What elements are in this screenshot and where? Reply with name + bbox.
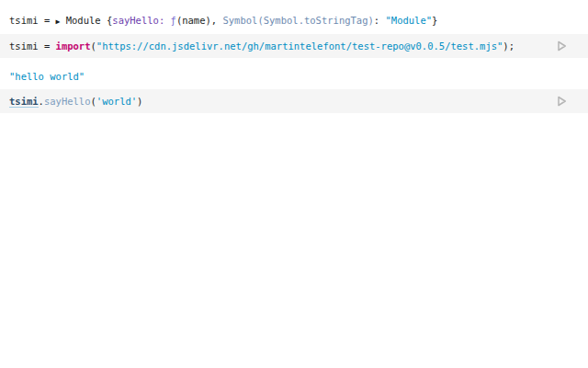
token-string: 'world' xyxy=(96,96,137,107)
notebook-cell: tsimi = ▶ Module {sayHello: ƒ(name), Sym… xyxy=(0,7,588,58)
cell-code-editor[interactable]: tsimi.sayHello('world') xyxy=(0,89,588,113)
token-string: "Module" xyxy=(386,15,433,26)
token-normal: tsimi = xyxy=(9,15,56,26)
token-normal: ) xyxy=(137,96,142,107)
run-cell-button[interactable] xyxy=(566,95,579,108)
token-normal: = xyxy=(39,40,56,52)
token-normal: tsimi xyxy=(9,40,39,52)
token-cellref: tsimi xyxy=(9,96,39,108)
token-normal: } xyxy=(432,15,437,26)
cell-code-editor[interactable]: tsimi = import("https://cdn.jsdelivr.net… xyxy=(0,34,588,58)
token-normal: Module { xyxy=(60,15,112,26)
token-key: sayHello: xyxy=(112,15,164,26)
token-string: "hello world" xyxy=(9,71,85,82)
notebook-cell: "hello world" tsimi.sayHello('world') xyxy=(0,63,588,113)
cell-output-module-inspector: tsimi = ▶ Module {sayHello: ƒ(name), Sym… xyxy=(0,7,588,34)
token-property: sayHello xyxy=(44,96,91,107)
code-line: tsimi = import("https://cdn.jsdelivr.net… xyxy=(9,40,559,52)
token-normal: (name) xyxy=(176,15,211,26)
token-keyword: import xyxy=(56,40,91,52)
play-icon xyxy=(555,67,588,135)
token-normal: , xyxy=(211,15,223,26)
token-normal: ); xyxy=(503,40,514,52)
token-string: "https://cdn.jsdelivr.net/gh/martintelef… xyxy=(96,40,503,52)
token-normal: : xyxy=(374,15,386,26)
cell-output-string: "hello world" xyxy=(0,63,588,89)
run-cell-button[interactable] xyxy=(566,40,579,52)
notebook: tsimi = ▶ Module {sayHello: ƒ(name), Sym… xyxy=(0,0,588,113)
token-symbol: Symbol(Symbol.toStringTag) xyxy=(222,15,373,26)
code-line: tsimi.sayHello('world') xyxy=(9,95,559,108)
